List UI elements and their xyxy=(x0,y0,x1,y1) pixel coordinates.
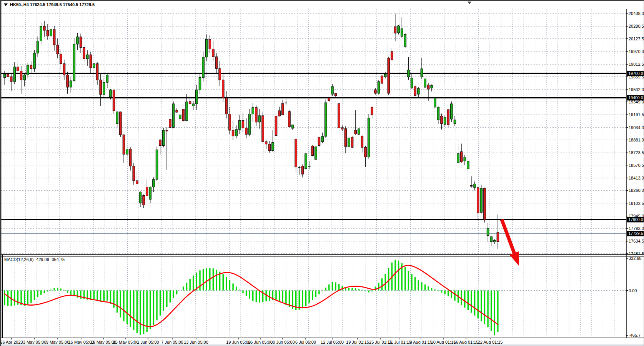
chart-title: HK50-,H4 17624.5 17949.5 17540.5 17729.5 xyxy=(10,2,95,7)
svg-text:18570.5: 18570.5 xyxy=(629,163,644,168)
svg-text:18260.0: 18260.0 xyxy=(629,188,644,193)
svg-text:18723.5: 18723.5 xyxy=(629,150,644,155)
svg-text:17729.5: 17729.5 xyxy=(629,231,643,236)
svg-text:19400.0: 19400.0 xyxy=(629,95,643,100)
svg-text:17900.0: 17900.0 xyxy=(629,217,643,222)
svg-text:17481.5: 17481.5 xyxy=(629,251,644,256)
svg-text:18102.5: 18102.5 xyxy=(629,201,644,206)
macd-indicator-label: MACD(12,26,9) -429.09 -354.75 xyxy=(4,257,65,262)
svg-text:19700.0: 19700.0 xyxy=(629,71,643,76)
svg-text:19191.5: 19191.5 xyxy=(629,112,644,117)
svg-text:19970.0: 19970.0 xyxy=(629,49,644,54)
svg-text:19502.0: 19502.0 xyxy=(629,87,644,92)
svg-text:-465.7: -465.7 xyxy=(629,333,641,338)
symbol-dropdown-icon[interactable] xyxy=(4,3,8,6)
chart-title-bar: HK50-,H4 17624.5 17949.5 17540.5 17729.5 xyxy=(4,2,95,8)
svg-text:20280.5: 20280.5 xyxy=(629,24,644,28)
bottom-strip xyxy=(1,344,644,346)
svg-text:17634.5: 17634.5 xyxy=(629,239,644,243)
svg-text:18881.0: 18881.0 xyxy=(629,138,644,142)
svg-text:19034.0: 19034.0 xyxy=(629,125,644,130)
svg-text:0.00: 0.00 xyxy=(629,288,637,293)
candlestick-chart[interactable]: 20438.020280.520127.519970.019812.519659… xyxy=(1,1,644,345)
svg-text:20127.5: 20127.5 xyxy=(629,37,644,41)
svg-text:20438.0: 20438.0 xyxy=(629,11,644,16)
svg-text:19812.5: 19812.5 xyxy=(629,62,644,67)
chart-window: HK50-,H4 17624.5 17949.5 17540.5 17729.5… xyxy=(0,0,644,346)
svg-text:332.98: 332.98 xyxy=(629,256,642,261)
svg-text:18413.0: 18413.0 xyxy=(629,176,644,180)
svg-text:17792.0: 17792.0 xyxy=(629,226,644,231)
